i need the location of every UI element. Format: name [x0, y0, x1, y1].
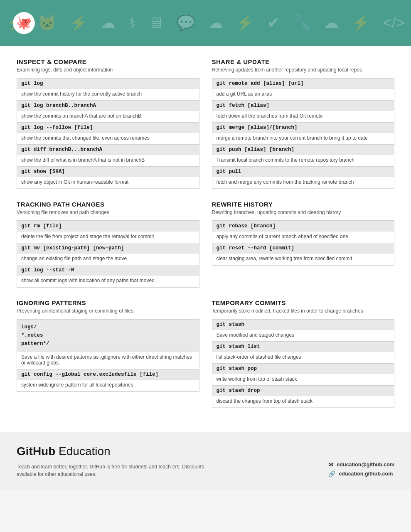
cmd-git-stash-cmd: git stash [212, 319, 394, 330]
tracking-path-section: TRACKING PATH CHANGES Versioning file re… [17, 201, 199, 299]
cmd-git-diff-desc: show the diff of what is in branchA that… [17, 155, 199, 166]
footer-desc: Teach and learn better, together. GitHub… [17, 463, 224, 478]
rewrite-history-title: REWRITE HISTORY [212, 201, 395, 208]
cmd-git-stash-pop-desc: write working from top of stash stack [212, 374, 394, 385]
ignoring-patterns: IGNORING PATTERNS Preventing unintention… [17, 299, 199, 392]
share-update-title: SHARE & UPDATE [212, 58, 395, 65]
cmd-git-push-desc: Transmit local branch commits to the rem… [212, 155, 394, 166]
cmd-git-log-stat-desc: show all commit logs with indication of … [17, 275, 199, 287]
cmd-git-mv: git mv [existing-path] [new-path] change… [17, 243, 199, 265]
footer-email-label: education@github.com [337, 462, 394, 468]
cmd-git-remote-add: git remote add [alias] [url] add a git U… [212, 78, 394, 100]
temporary-commits-subtitle: Temporarily store modified, tracked file… [212, 308, 395, 314]
cmd-git-merge-desc: merge a remote branch into your current … [212, 133, 394, 144]
rewrite-history-subtitle: Rewriting branches, updating commits and… [212, 209, 395, 215]
cmd-git-log-follow-desc: show the commits that changed file, even… [17, 133, 199, 144]
cmd-git-show: git show [SHA] show any object in Git in… [17, 166, 199, 189]
cmd-git-push: git push [alias] [branch] Transmit local… [212, 144, 394, 166]
cmd-git-pull-desc: fetch and merge any commits from the tra… [212, 177, 394, 189]
ignoring-patterns-commands: logs/ *.notes pattern*/ Save a file with… [17, 319, 199, 392]
share-update: SHARE & UPDATE Retrieving updates from a… [212, 58, 395, 189]
temporary-commits-commands: git stash Save modified and staged chang… [212, 319, 395, 408]
header-bg-decoration: ⚡🐱⚡☁⚕🖥💬☁⚡✔🔧☁⚡</> [0, 0, 411, 46]
cmd-git-mv-desc: change an existing file path and stage t… [17, 253, 199, 265]
cmd-git-merge-cmd: git merge [alias]/[branch] [212, 122, 394, 133]
footer-email: ✉ education@github.com [328, 461, 394, 468]
inspect-compare-section: INSPECT & COMPARE Examining logs, diffs … [17, 58, 199, 201]
rewrite-history: REWRITE HISTORY Rewriting branches, upda… [212, 201, 395, 266]
cmd-git-fetch: git fetch [alias] fetch down all the bra… [212, 100, 394, 122]
cmd-git-stash-pop-cmd: git stash pop [212, 363, 394, 374]
cmd-git-log-branchb: git log branchB..branchA show the commit… [17, 100, 199, 122]
github-logo: 🐙 [12, 12, 35, 34]
header: ⚡🐱⚡☁⚕🖥💬☁⚡✔🔧☁⚡</> 🐙 [0, 0, 411, 46]
cmd-git-stash-list: git stash list list stack-order of stash… [212, 341, 394, 363]
cmd-git-config-desc: system wide ignore pattern for all local… [17, 379, 199, 392]
cmd-git-stash-desc: Save modified and staged changes [212, 330, 394, 341]
footer-web: 🔗 education.github.com [328, 470, 394, 477]
inspect-compare-commands: git log show the commit history for the … [17, 78, 199, 189]
cmd-git-log-desc: show the commit history for the currentl… [17, 89, 199, 100]
share-update-subtitle: Retrieving updates from another reposito… [212, 67, 395, 73]
cmd-git-reset-cmd: git reset --hard [commit] [212, 243, 394, 253]
cmd-git-pull: git pull fetch and merge any commits fro… [212, 166, 394, 189]
cmd-git-pull-cmd: git pull [212, 166, 394, 177]
cmd-git-stash: git stash Save modified and staged chang… [212, 319, 394, 341]
pattern-desc: Save a file with desired patterns as .gi… [17, 351, 199, 369]
tracking-path-subtitle: Versioning file removes and path changes [17, 209, 199, 215]
cmd-git-reset: git reset --hard [commit] clear staging … [212, 243, 394, 265]
row-2: TRACKING PATH CHANGES Versioning file re… [17, 201, 394, 299]
temporary-commits-section: TEMPORARY COMMITS Temporarily store modi… [212, 299, 395, 420]
cmd-git-stash-list-cmd: git stash list [212, 341, 394, 352]
cmd-git-remote-add-desc: add a git URL as an alias [212, 89, 394, 100]
cmd-git-fetch-cmd: git fetch [alias] [212, 100, 394, 111]
cmd-git-merge: git merge [alias]/[branch] merge a remot… [212, 122, 394, 144]
cmd-git-stash-drop: git stash drop discard the changes from … [212, 385, 394, 408]
cmd-git-rm-cmd: git rm [file] [17, 221, 199, 231]
cmd-git-log: git log show the commit history for the … [17, 78, 199, 100]
cmd-git-show-desc: show any object in Git in human-readable… [17, 177, 199, 189]
cmd-git-rebase-cmd: git rebase [branch] [212, 221, 394, 231]
cmd-git-rm: git rm [file] delete the file from proje… [17, 221, 199, 243]
cmd-git-log-stat: git log --stat -M show all commit logs w… [17, 265, 199, 287]
tracking-path: TRACKING PATH CHANGES Versioning file re… [17, 201, 199, 288]
cmd-git-stash-pop: git stash pop write working from top of … [212, 363, 394, 385]
footer-brand-bold: GitHub [17, 445, 55, 458]
inspect-compare: INSPECT & COMPARE Examining logs, diffs … [17, 58, 199, 189]
cmd-git-log-follow: git log --follow [file] show the commits… [17, 122, 199, 144]
cmd-git-log-stat-cmd: git log --stat -M [17, 265, 199, 275]
cmd-git-remote-add-cmd: git remote add [alias] [url] [212, 78, 394, 89]
web-icon: 🔗 [328, 470, 335, 477]
footer-web-label: education.github.com [339, 471, 393, 477]
rewrite-history-commands: git rebase [branch] apply any commits of… [212, 220, 395, 266]
ignoring-patterns-subtitle: Preventing unintentional staging or comm… [17, 308, 199, 314]
svg-text:🐙: 🐙 [16, 15, 32, 30]
inspect-compare-title: INSPECT & COMPARE [17, 58, 199, 65]
cmd-git-reset-desc: clear staging area, rewrite working tree… [212, 253, 394, 265]
ignoring-patterns-title: IGNORING PATTERNS [17, 299, 199, 306]
tracking-path-commands: git rm [file] delete the file from proje… [17, 220, 199, 288]
cmd-git-log-follow-cmd: git log --follow [file] [17, 122, 199, 133]
cmd-git-config: git config --global core.excludesfile [f… [17, 369, 199, 392]
cmd-git-mv-cmd: git mv [existing-path] [new-path] [17, 243, 199, 253]
cmd-git-diff: git diff branchB...branchA show the diff… [17, 144, 199, 166]
cmd-git-stash-list-desc: list stack-order of stashed file changes [212, 352, 394, 363]
row-1: INSPECT & COMPARE Examining logs, diffs … [17, 58, 394, 201]
tracking-path-title: TRACKING PATH CHANGES [17, 201, 199, 208]
cmd-git-rebase-desc: apply any commits of current branch ahea… [212, 231, 394, 243]
cmd-git-config-cmd: git config --global core.excludesfile [f… [17, 369, 199, 379]
cmd-git-diff-cmd: git diff branchB...branchA [17, 144, 199, 155]
main-content: INSPECT & COMPARE Examining logs, diffs … [0, 46, 411, 432]
cmd-git-log-branchb-cmd: git log branchB..branchA [17, 100, 199, 111]
temporary-commits: TEMPORARY COMMITS Temporarily store modi… [212, 299, 395, 408]
share-update-commands: git remote add [alias] [url] add a git U… [212, 78, 395, 189]
cmd-git-log-cmd: git log [17, 78, 199, 89]
cmd-git-log-branchb-desc: show the commits on branchA that are not… [17, 111, 199, 122]
cmd-git-push-cmd: git push [alias] [branch] [212, 144, 394, 155]
rewrite-history-section: REWRITE HISTORY Rewriting branches, upda… [212, 201, 395, 299]
cmd-git-fetch-desc: fetch down all the branches from that Gi… [212, 111, 394, 122]
temporary-commits-title: TEMPORARY COMMITS [212, 299, 395, 306]
cmd-git-rebase: git rebase [branch] apply any commits of… [212, 221, 394, 243]
email-icon: ✉ [328, 461, 333, 468]
footer: GitHub Education Teach and learn better,… [0, 432, 411, 490]
